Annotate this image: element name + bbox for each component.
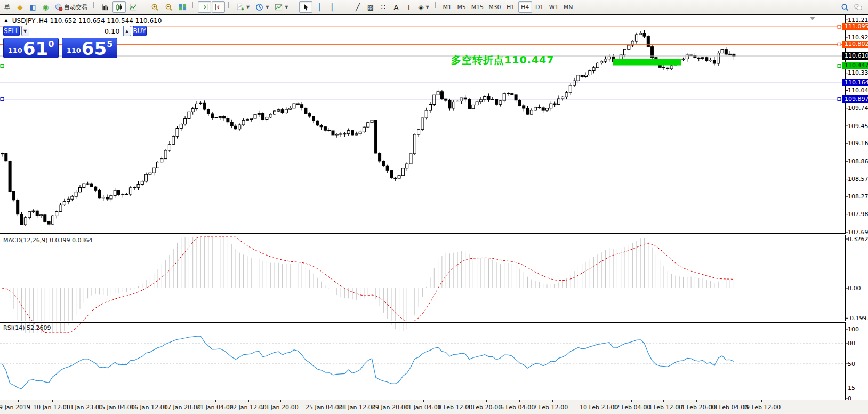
chevron-down-icon: ▼ <box>266 5 269 10</box>
time-tick <box>552 400 553 402</box>
cursor-tool-button[interactable] <box>299 1 312 13</box>
volume-input[interactable] <box>29 26 123 36</box>
timeframe-m30-button[interactable]: M30 <box>486 1 503 13</box>
time-tick <box>696 400 697 402</box>
price-tick-label: 110.330 <box>848 69 868 76</box>
chat-button[interactable] <box>851 1 865 13</box>
arrows-tool-icon: ◈ <box>418 4 423 11</box>
vertical-line-tool-icon: │ <box>330 4 334 11</box>
buy-price-pips: 65 <box>82 41 107 57</box>
price-tick-label: 109.450 <box>848 123 868 130</box>
toolbar-separator <box>143 2 146 12</box>
timeframe-mn-button[interactable]: MN <box>561 1 575 13</box>
timeframe-h4-button[interactable]: H4 <box>518 1 532 13</box>
arrows-tool-button[interactable]: ◈▼ <box>415 1 431 13</box>
text-tool-button[interactable]: A <box>390 1 402 13</box>
crosshair-tool-icon: ┼ <box>317 4 322 11</box>
chart-window[interactable]: ▲ USDJPY-,H4 110.652 110.654 110.544 110… <box>0 15 868 414</box>
crosshair-tool-button[interactable]: ┼ <box>313 1 325 13</box>
right-shift-marker[interactable] <box>810 17 815 20</box>
collapse-trade-panel-icon[interactable]: ▲ <box>4 18 8 23</box>
chart-shift-button[interactable] <box>212 1 225 13</box>
clock-icon <box>255 3 263 11</box>
price-tick-label: 108.570 <box>848 176 868 182</box>
buy-price-box[interactable]: 110 65 5 <box>62 38 117 58</box>
macd-tick-label: -0.1997 <box>848 315 868 322</box>
sell-price-box[interactable]: 110 61 0 <box>3 38 59 58</box>
volume-increase-button[interactable]: ▲ <box>123 26 131 36</box>
timeframe-m5-button[interactable]: M5 <box>455 1 469 13</box>
autotrade-button[interactable]: 自动交易 <box>52 1 90 13</box>
rsi-tick-label: 100 <box>848 326 859 333</box>
rsi-panel-divider[interactable] <box>0 321 846 323</box>
templates-button[interactable]: ▼ <box>272 1 291 13</box>
line-chart-icon <box>129 3 137 11</box>
buy-button[interactable]: BUY <box>133 26 147 36</box>
line-chart-button[interactable] <box>126 1 140 13</box>
equidistant-channel-tool-icon: ▨ <box>367 4 374 11</box>
macd-panel-divider[interactable] <box>0 233 846 235</box>
bar-chart-button[interactable] <box>99 1 112 13</box>
volume-decrease-button[interactable]: ▼ <box>21 26 29 36</box>
zoom-out-icon <box>165 3 173 11</box>
zoom-out-button[interactable] <box>162 1 175 13</box>
vertical-line-tool-button[interactable]: │ <box>326 1 338 13</box>
time-tick <box>631 400 632 402</box>
toolbar-separator <box>93 2 97 12</box>
fibonacci-tool-button[interactable]: ∷ <box>377 1 389 13</box>
auto-scroll-button[interactable] <box>198 1 211 13</box>
sell-price-figure: 110 <box>8 46 22 54</box>
add-indicator-icon <box>236 3 244 11</box>
macd-tick-label: 0.3262 <box>848 236 868 243</box>
rsi-tick-label: 80 <box>848 340 855 347</box>
navigator-button[interactable]: ◉ <box>39 1 52 13</box>
timeframes-group: M1M5M15M30H1H4D1W1MN <box>440 1 575 13</box>
time-tick <box>183 400 183 402</box>
time-label: 31 Jan 04:00 <box>404 404 441 411</box>
data-window-button[interactable]: ◧ <box>27 1 39 13</box>
sell-button[interactable]: SELL <box>3 26 20 36</box>
market-watch-button[interactable]: ◆ <box>14 1 26 13</box>
pivot-annotation-text[interactable]: 多空转折点110.447 <box>451 53 554 67</box>
time-tick <box>423 400 424 402</box>
drawing-tools-group: ┼│─╱▨∷AT◈▼ <box>313 1 431 13</box>
rsi-tick-label: 50 <box>848 361 855 368</box>
one-click-trading-panel: SELL ▼ ▲ BUY 110 61 0 110 65 5 <box>3 26 117 58</box>
timeframe-d1-button[interactable]: D1 <box>533 1 546 13</box>
time-label: 6 Feb 04:00 <box>500 404 535 411</box>
timeframe-m1-button[interactable]: M1 <box>440 1 454 13</box>
time-label: 17 Jan 20:00 <box>164 404 201 411</box>
tile-windows-button[interactable] <box>176 1 189 13</box>
zoom-in-button[interactable] <box>148 1 162 13</box>
time-tick <box>248 400 249 402</box>
timeframe-h1-button[interactable]: H1 <box>504 1 518 13</box>
time-label: 4 Feb 20:00 <box>467 404 502 411</box>
mt4-window: 单 ◆ ◧ ◉ 自动交易 ▼ ▼ ▼ ┼│─╱▨∷AT◈▼ M1M5M15M30… <box>0 0 868 414</box>
price-tick-label: 110.040 <box>848 87 868 94</box>
toolbar-right-group <box>838 1 865 13</box>
horizontal-line-tool-button[interactable]: ─ <box>339 1 351 13</box>
label-tool-button[interactable]: T <box>403 1 415 13</box>
time-tick <box>391 400 391 402</box>
time-tick <box>729 400 729 402</box>
indicators-button[interactable]: ▼ <box>234 1 252 13</box>
trendline-tool-button[interactable]: ╱ <box>351 1 364 13</box>
candlestick-chart-button[interactable] <box>112 1 126 13</box>
chart-template-icon <box>275 3 283 11</box>
price-chart-canvas[interactable] <box>0 15 868 400</box>
equidistant-channel-tool-button[interactable]: ▨ <box>364 1 376 13</box>
timeframe-m15-button[interactable]: M15 <box>469 1 486 13</box>
time-tick <box>85 400 85 402</box>
search-button[interactable] <box>838 1 851 13</box>
auto-scroll-icon <box>200 3 208 11</box>
buy-price-point: 5 <box>107 39 112 49</box>
periods-button[interactable]: ▼ <box>253 1 271 13</box>
time-axis[interactable]: 9 Jan 201910 Jan 12:0013 Jan 23:0015 Jan… <box>0 400 868 414</box>
timeframe-w1-button[interactable]: W1 <box>547 1 561 13</box>
ohlc-values: 110.652 110.654 110.544 110.610 <box>50 17 162 25</box>
time-tick <box>486 400 487 402</box>
new-order-button[interactable]: 单 <box>1 1 13 13</box>
price-badge-blue: 110.164 <box>842 79 868 86</box>
price-badge-orange: 111.095 <box>842 23 868 30</box>
rsi-indicator-label: RSI(14) 52.2609 <box>3 324 51 331</box>
